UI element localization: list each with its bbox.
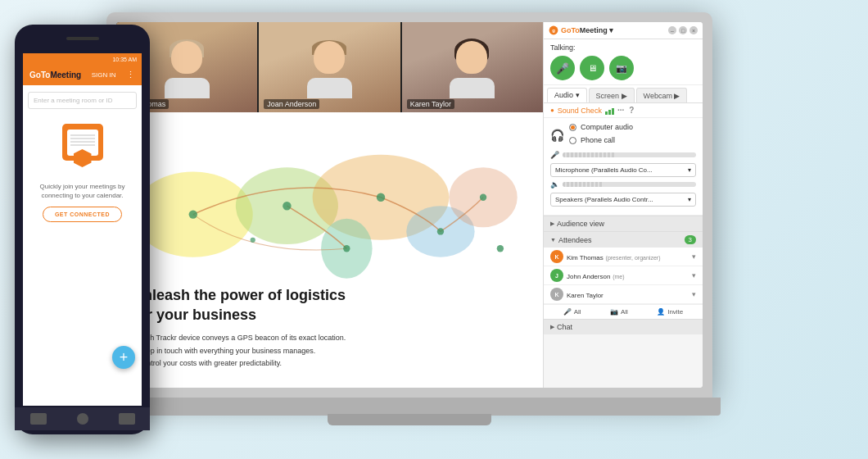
gtm-logo-bar: g GoToMeeting ▾ (549, 25, 613, 35)
audio-option-phone[interactable]: Phone call (569, 136, 633, 144)
gtm-dropdown-icon[interactable]: ▾ (609, 26, 613, 34)
gtm-talking-label: Talking: (550, 43, 696, 52)
phone-search-placeholder: Enter a meeting room or ID (34, 97, 112, 104)
phone-recent-button[interactable] (119, 413, 135, 425)
footer-camera-all-button[interactable]: 📷 All (610, 308, 628, 316)
microphone-dropdown-arrow: ▾ (688, 166, 691, 174)
attendee-badge-kim: (presenter, organizer) (606, 255, 661, 261)
laptop-stand (328, 414, 491, 425)
speakers-dropdown-label: Speakers (Parallels Audio Contr... (555, 196, 653, 203)
person-karen-head (456, 41, 487, 74)
speaker-volume-bar[interactable] (563, 182, 696, 187)
gtm-footer-actions: 🎤 All 📷 All 👤 Invite (544, 304, 703, 319)
person-joan-face (307, 37, 352, 98)
audio-label-computer: Computer audio (581, 123, 633, 131)
radio-phone-call[interactable] (569, 137, 576, 144)
attendee-row-kim: K Kim Thomas (presenter, organizer) ▾ (544, 248, 703, 266)
attendees-section-header[interactable]: ▼ Attendees 3 (544, 231, 703, 248)
calendar-line (70, 141, 95, 143)
gtm-minimize-button[interactable]: – (668, 26, 676, 34)
svg-text:g: g (552, 28, 555, 33)
footer-camera-icon: 📷 (610, 308, 618, 316)
person-karen-face (450, 37, 495, 98)
audience-view-section[interactable]: ▶ Audience view (544, 216, 703, 231)
phone-fab-button[interactable]: + (112, 346, 135, 369)
attendee-chevron-kim[interactable]: ▾ (692, 252, 696, 261)
phone-logo: GoToMeeting (29, 70, 81, 80)
phone-menu-icon[interactable]: ⋮ (126, 70, 135, 80)
phone-logo-bold: Meeting (50, 70, 81, 80)
speakers-dropdown-arrow: ▾ (688, 196, 691, 203)
gtm-monitor-button[interactable]: 🖥 (580, 56, 604, 80)
gtm-mic-button[interactable]: 🎤 (550, 56, 575, 80)
footer-person-icon: 👤 (657, 308, 665, 316)
gtm-restore-button[interactable]: □ (679, 26, 687, 34)
phone-back-button[interactable] (30, 413, 47, 425)
attendee-info-karen: Karen Taylor (567, 290, 689, 299)
phone-nav-bar (15, 407, 150, 430)
attendees-label-group: ▼ Attendees (550, 236, 591, 244)
footer-invite-button[interactable]: 👤 Invite (657, 308, 683, 316)
gtm-audio-options: 🎧 Computer audio Phone call (544, 118, 703, 216)
attendee-badge-john: (me) (613, 274, 624, 279)
speaker-vol-icon: 🔈 (550, 180, 559, 189)
sound-check-more-icon[interactable]: ··· (617, 106, 624, 115)
phone-home-button[interactable] (77, 413, 88, 425)
video-label-joan: Joan Anderson (264, 99, 319, 109)
radio-computer-audio[interactable] (569, 124, 576, 131)
slide-heading-line2: for your business (133, 307, 256, 323)
svg-point-8 (377, 193, 385, 202)
footer-mic-all-button[interactable]: 🎤 All (563, 308, 581, 316)
tab-webcam[interactable]: Webcam ▶ (636, 88, 688, 102)
attendee-info-kim: Kim Thomas (presenter, organizer) (567, 252, 689, 261)
footer-all-label-1: All (574, 308, 581, 316)
attendee-info-john: John Anderson (me) (567, 271, 689, 280)
attendee-row-karen: K Karen Taylor ▾ (544, 285, 703, 304)
mic-volume-bar[interactable] (563, 152, 696, 157)
laptop-body: Kim Thomas Joan Anderson (106, 12, 712, 398)
tab-webcam-label: Webcam ▶ (644, 92, 680, 100)
attendee-avatar-john: J (550, 269, 563, 282)
gtm-mic-volume-row: 🎤 (550, 151, 696, 159)
attendee-name-kim: Kim Thomas (567, 254, 604, 261)
gtm-webcam-button[interactable]: 📷 (609, 56, 634, 80)
slide-bullet-1: • Each Trackr device conveys a GPS beaco… (133, 333, 415, 343)
phone-search-bar[interactable]: Enter a meeting room or ID (28, 92, 137, 109)
laptop-base (98, 398, 721, 416)
audio-option-computer[interactable]: Computer audio (569, 123, 633, 131)
attendees-label: Attendees (558, 236, 592, 244)
chat-section-header[interactable]: ▶ Chat (544, 319, 703, 334)
phone-signin-link[interactable]: SIGN IN (92, 71, 116, 79)
microphone-dropdown[interactable]: Microphone (Parallels Audio Co... ▾ (550, 163, 696, 177)
speakers-dropdown[interactable]: Speakers (Parallels Audio Contr... ▾ (550, 193, 696, 207)
person-kim-face (165, 37, 210, 98)
gtm-logo-text: GoToMeeting ▾ (561, 26, 613, 34)
tab-screen-label: Screen ▶ (596, 92, 627, 100)
svg-point-6 (189, 210, 197, 218)
tab-audio[interactable]: Audio ▾ (547, 88, 587, 102)
video-thumb-karen: Karen Taylor (402, 22, 543, 112)
calendar-line (70, 134, 95, 136)
svg-point-11 (480, 194, 486, 201)
person-joan-body (307, 78, 352, 98)
footer-invite-label: Invite (667, 308, 683, 316)
svg-point-9 (343, 245, 350, 252)
video-strip: Kim Thomas Joan Anderson (116, 22, 543, 112)
tab-screen[interactable]: Screen ▶ (589, 88, 635, 102)
phone-time: 10:35 AM (112, 57, 137, 62)
calendar-lines (70, 134, 95, 148)
attendees-chevron: ▼ (550, 237, 556, 243)
attendee-chevron-karen[interactable]: ▾ (692, 290, 696, 298)
gtm-headphone-row: 🎧 Computer audio Phone call (550, 123, 696, 147)
sound-check-label: Sound Check (558, 107, 602, 115)
attendee-row-john: J John Anderson (me) ▾ (544, 266, 703, 285)
gtm-goto-text: GoTo (561, 26, 580, 34)
calendar-line (70, 144, 95, 146)
signal-bars (605, 107, 614, 115)
gtm-sound-check-bar[interactable]: ● Sound Check ··· ? (544, 103, 703, 118)
attendees-count-badge: 3 (685, 235, 696, 244)
sound-check-help-icon[interactable]: ? (629, 106, 634, 115)
get-connected-button[interactable]: GET CONNECTED (43, 207, 122, 222)
gtm-close-button[interactable]: × (689, 26, 698, 34)
attendee-chevron-john[interactable]: ▾ (692, 271, 696, 279)
